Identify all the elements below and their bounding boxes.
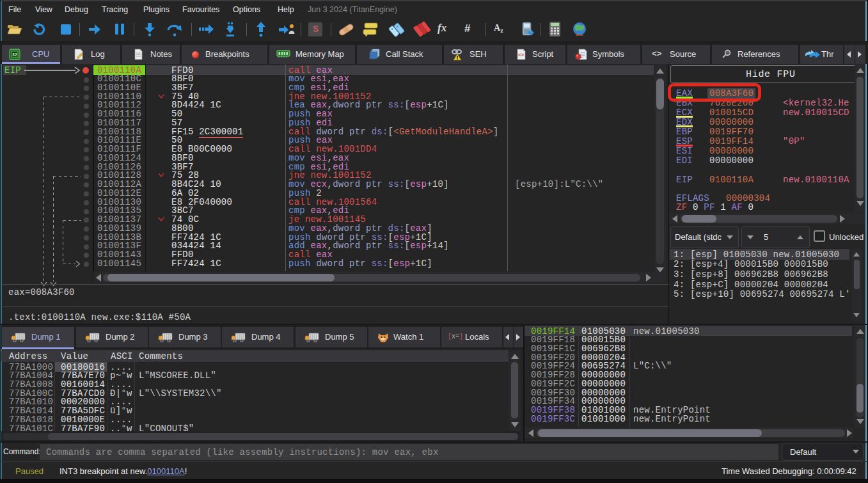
svg-text:32: 32: [12, 52, 17, 57]
svg-text:<>: <>: [518, 52, 525, 58]
